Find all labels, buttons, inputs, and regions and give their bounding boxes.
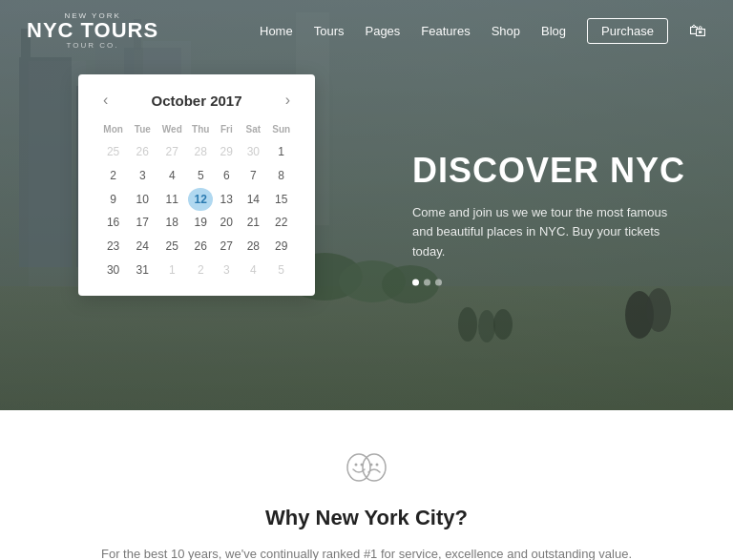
logo-tagline-top: NEW YORK [64,11,120,20]
hero-description: Come and join us we we tour the most fam… [412,202,680,261]
calendar-day-w5-d5[interactable]: 27 [213,235,240,259]
hero-dot-2[interactable] [424,280,430,286]
calendar-day-w3-d7[interactable]: 15 [266,188,296,212]
day-header-mon: Mon [97,122,129,140]
calendar-day-w3-d6[interactable]: 14 [240,188,266,212]
day-header-sun: Sun [266,122,296,140]
calendar-day-w3-d1[interactable]: 9 [97,188,129,212]
calendar-days-header: Mon Tue Wed Thu Fri Sat Sun [97,122,296,140]
calendar-week-1: 2526272829301 [97,140,296,164]
calendar-day-w3-d3[interactable]: 11 [156,188,188,212]
calendar-day-w2-d5[interactable]: 6 [213,164,240,188]
calendar-day-w1-d6[interactable]: 30 [240,140,266,164]
calendar-day-w2-d4[interactable]: 5 [188,164,213,188]
svg-point-18 [363,454,386,481]
calendar-body: 2526272829301234567891011121314151617181… [97,140,296,282]
cart-icon[interactable]: 🛍 [689,21,706,41]
day-header-sat: Sat [240,122,266,140]
calendar-day-w3-d5[interactable]: 13 [213,188,240,212]
calendar-day-w5-d7[interactable]: 29 [266,235,296,259]
svg-point-20 [361,464,364,467]
calendar-day-w6-d3[interactable]: 1 [156,259,188,282]
calendar-day-w5-d1[interactable]: 23 [97,235,129,259]
calendar-day-w2-d6[interactable]: 7 [240,164,266,188]
logo-tagline-bottom: TOUR CO. [67,41,119,50]
calendar-day-w4-d4[interactable]: 19 [188,211,213,235]
nav-features[interactable]: Features [421,24,470,38]
hero-dot-3[interactable] [435,280,442,286]
nav-home[interactable]: Home [260,24,293,38]
purchase-button[interactable]: Purchase [587,18,668,44]
calendar-day-w1-d3[interactable]: 27 [156,140,188,164]
calendar-day-w4-d1[interactable]: 16 [97,211,129,235]
calendar-week-6: 303112345 [97,259,296,282]
lower-section: Why New York City? For the best 10 years… [0,410,733,560]
calendar-day-w2-d1[interactable]: 2 [97,164,129,188]
calendar-next-button[interactable]: › [280,90,296,111]
nav-shop[interactable]: Shop [492,24,520,38]
day-header-thu: Thu [188,122,213,140]
calendar-grid: Mon Tue Wed Thu Fri Sat Sun 252627282930… [97,122,296,282]
hero-dot-1[interactable] [412,280,419,286]
calendar-day-w4-d2[interactable]: 17 [129,211,156,235]
calendar-header: ‹ October 2017 › [97,90,296,111]
logo-name: NYC TOURS [27,20,158,41]
calendar-day-w5-d6[interactable]: 28 [240,235,266,259]
calendar-day-w6-d7[interactable]: 5 [266,259,296,282]
svg-point-22 [376,464,379,467]
main-nav: Home Tours Pages Features Shop Blog Purc… [260,18,706,44]
day-header-tue: Tue [129,122,156,140]
calendar-day-w3-d4[interactable]: 12 [188,188,213,212]
calendar-week-4: 16171819202122 [97,211,296,235]
calendar-day-w5-d2[interactable]: 24 [129,235,156,259]
hero-title: DISCOVER NYC [412,152,685,190]
hero-content: DISCOVER NYC Come and join us we we tour… [412,152,685,286]
calendar-day-w1-d1[interactable]: 25 [97,140,129,164]
calendar-day-w6-d1[interactable]: 30 [97,259,129,282]
hero-dots [412,280,685,286]
calendar-week-3: 9101112131415 [97,188,296,212]
calendar-day-w6-d4[interactable]: 2 [188,259,213,282]
calendar-day-w5-d4[interactable]: 26 [188,235,213,259]
svg-point-19 [355,464,358,467]
calendar-day-w4-d5[interactable]: 20 [213,211,240,235]
calendar-day-w4-d6[interactable]: 21 [240,211,266,235]
logo: NEW YORK NYC TOURS TOUR CO. [27,11,158,50]
day-header-wed: Wed [156,122,188,140]
calendar-month-year: October 2017 [151,93,241,109]
calendar-day-w4-d3[interactable]: 18 [156,211,188,235]
calendar-day-w3-d2[interactable]: 10 [129,188,156,212]
calendar-day-w1-d7[interactable]: 1 [266,140,296,164]
nav-tours[interactable]: Tours [314,24,345,38]
svg-point-21 [370,464,373,467]
calendar-week-5: 23242526272829 [97,235,296,259]
site-header: NEW YORK NYC TOURS TOUR CO. Home Tours P… [0,0,733,61]
calendar-week-2: 2345678 [97,164,296,188]
calendar-day-w4-d7[interactable]: 22 [266,211,296,235]
section-title: Why New York City? [19,506,714,530]
calendar-prev-button[interactable]: ‹ [97,90,114,111]
section-icon [19,448,714,494]
calendar-day-w6-d2[interactable]: 31 [129,259,156,282]
day-header-fri: Fri [213,122,240,140]
calendar-day-w1-d5[interactable]: 29 [213,140,240,164]
calendar-day-w6-d6[interactable]: 4 [240,259,266,282]
calendar-day-w5-d3[interactable]: 25 [156,235,188,259]
calendar-day-w1-d4[interactable]: 28 [188,140,213,164]
hero-section: NEW YORK NYC TOURS TOUR CO. Home Tours P… [0,0,733,410]
calendar-day-w1-d2[interactable]: 26 [129,140,156,164]
calendar-widget: ‹ October 2017 › Mon Tue Wed Thu Fri Sat… [78,74,315,296]
calendar-day-w2-d2[interactable]: 3 [129,164,156,188]
calendar-day-w2-d7[interactable]: 8 [266,164,296,188]
nav-pages[interactable]: Pages [365,24,400,38]
calendar-day-w6-d5[interactable]: 3 [213,259,240,282]
section-description: For the best 10 years, we've continually… [99,544,634,560]
calendar-day-w2-d3[interactable]: 4 [156,164,188,188]
nav-blog[interactable]: Blog [541,24,566,38]
